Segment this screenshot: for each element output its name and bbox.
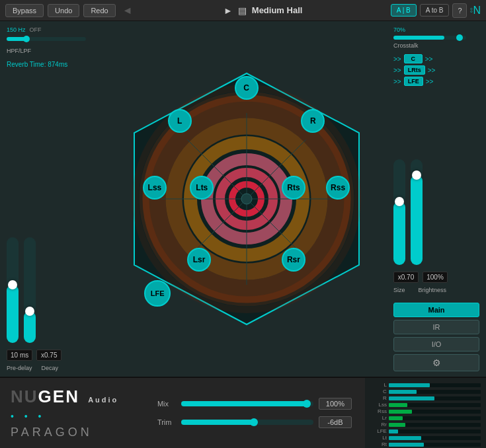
crosstalk-value: 70% bbox=[393, 26, 405, 33]
size-label: Size bbox=[393, 287, 405, 293]
brightness-slider[interactable] bbox=[411, 159, 423, 265]
top-right-controls: A | B A to B ? ⦂N bbox=[391, 3, 481, 18]
ir-mode-button[interactable]: IR bbox=[393, 320, 479, 334]
ct-LRts-button[interactable]: LRts bbox=[404, 65, 425, 75]
hexagon-container: C L R Lts Rts Lss Rss Lsr Rsr LFE bbox=[108, 60, 385, 338]
atob-button[interactable]: A to B bbox=[420, 4, 450, 17]
ct-C-button[interactable]: C bbox=[404, 54, 423, 63]
ab-button[interactable]: A | B bbox=[391, 4, 417, 17]
trim-slider-fill bbox=[181, 420, 254, 425]
list-button[interactable]: ▤ bbox=[238, 5, 247, 16]
ct-arrow-out-C: >> bbox=[425, 56, 433, 63]
brightness-slider-wrap bbox=[411, 159, 423, 265]
meter-label-LFE: LFE bbox=[370, 428, 387, 434]
meter-track-Rr bbox=[389, 423, 481, 427]
meter-track-C bbox=[389, 390, 481, 394]
brand-gen: GEN bbox=[38, 387, 79, 406]
io-mode-button[interactable]: I/O bbox=[393, 337, 479, 352]
channel-C[interactable]: C bbox=[235, 76, 259, 100]
meter-label-R: R bbox=[370, 395, 387, 401]
prev-preset-arrow[interactable]: ◄ bbox=[120, 5, 136, 17]
ct-row-LRts: >> LRts >> bbox=[393, 65, 479, 75]
crosstalk-channels: >> C >> >> LRts >> >> LFE >> bbox=[393, 54, 479, 86]
decay-fill bbox=[24, 311, 36, 343]
mix-trim-section: Mix 100% Trim -6dB bbox=[144, 378, 365, 448]
mix-value[interactable]: 100% bbox=[319, 398, 352, 410]
decay-slider[interactable] bbox=[24, 237, 36, 343]
brightness-label: Brightness bbox=[419, 287, 447, 293]
channel-Rsr[interactable]: Rsr bbox=[282, 248, 305, 272]
menu-button[interactable]: ⦂N bbox=[470, 5, 481, 17]
meter-track-Rss bbox=[389, 410, 481, 414]
meter-track-Lr bbox=[389, 416, 481, 420]
trim-value[interactable]: -6dB bbox=[319, 416, 352, 428]
ct-LFE-button[interactable]: LFE bbox=[404, 77, 423, 86]
trim-slider-track[interactable] bbox=[181, 420, 313, 425]
help-button[interactable]: ? bbox=[452, 3, 467, 18]
lpf-value: OFF bbox=[30, 26, 42, 33]
meter-fill-C bbox=[389, 390, 417, 394]
brand-audio: Audio bbox=[88, 396, 118, 404]
gear-button[interactable]: ⚙ bbox=[393, 354, 479, 371]
predelay-slider[interactable] bbox=[7, 237, 19, 343]
predelay-label: Pre-delay bbox=[7, 365, 32, 371]
brightness-thumb[interactable] bbox=[412, 170, 421, 180]
center-panel: C L R Lts Rts Lss Rss Lsr Rsr LFE bbox=[106, 21, 387, 377]
size-value-box[interactable]: x0.70 bbox=[393, 272, 419, 283]
left-panel: 150 Hz OFF HPF/LPF Reverb Time: 874ms bbox=[0, 21, 106, 377]
channel-Rts[interactable]: Rts bbox=[282, 176, 305, 200]
channel-Lts[interactable]: Lts bbox=[190, 176, 214, 200]
meter-row-Rt: Rt bbox=[370, 441, 481, 447]
meter-track-R bbox=[389, 396, 481, 400]
hpf-lpf-slider-track[interactable] bbox=[7, 37, 86, 41]
play-button[interactable]: ► bbox=[223, 5, 233, 16]
crosstalk-label: Crosstalk bbox=[393, 42, 479, 49]
channel-LFE[interactable]: LFE bbox=[144, 280, 171, 307]
undo-button[interactable]: Undo bbox=[48, 4, 79, 17]
ct-arrow-in-LRts: >> bbox=[393, 67, 401, 74]
preset-area: ► ▤ Medium Hall bbox=[140, 5, 387, 16]
size-slider[interactable] bbox=[393, 159, 405, 265]
meter-label-Lss: Lss bbox=[370, 402, 387, 408]
meter-row-LFE: LFE bbox=[370, 428, 481, 434]
bypass-button[interactable]: Bypass bbox=[5, 4, 44, 17]
hpf-slider-thumb[interactable] bbox=[23, 36, 30, 42]
mix-slider-thumb[interactable] bbox=[303, 400, 311, 408]
brand-section: NUGEN Audio • • • PARAGON bbox=[0, 378, 144, 448]
meter-fill-Rss bbox=[389, 410, 412, 414]
predelay-thumb[interactable] bbox=[8, 280, 17, 289]
crosstalk-slider[interactable] bbox=[393, 36, 466, 40]
decay-value-box[interactable]: x0.75 bbox=[36, 350, 61, 361]
channel-L[interactable]: L bbox=[168, 109, 192, 133]
main-mode-button[interactable]: Main bbox=[393, 303, 479, 317]
channel-Rss[interactable]: Rss bbox=[326, 176, 350, 200]
right-panel: 70% Crosstalk >> C >> >> LRts >> bbox=[387, 21, 486, 377]
meter-track-Rt bbox=[389, 443, 481, 447]
decay-thumb[interactable] bbox=[25, 307, 34, 316]
brightness-value-box[interactable]: 100% bbox=[423, 272, 448, 283]
meter-label-L: L bbox=[370, 382, 387, 388]
svg-point-13 bbox=[241, 194, 252, 204]
crosstalk-section: 70% Crosstalk >> C >> >> LRts >> bbox=[393, 26, 479, 86]
top-bar: Bypass Undo Redo ◄ ► ▤ Medium Hall A | B… bbox=[0, 0, 486, 21]
channel-Lss[interactable]: Lss bbox=[143, 176, 167, 200]
redo-button[interactable]: Redo bbox=[83, 4, 115, 17]
channel-Lsr[interactable]: Lsr bbox=[187, 248, 211, 272]
meter-label-Rss: Rss bbox=[370, 408, 387, 414]
ct-arrow-out-LRts: >> bbox=[428, 67, 436, 74]
ct-row-C: >> C >> bbox=[393, 54, 479, 63]
meter-fill-Lr bbox=[389, 416, 403, 420]
predelay-slider-wrap bbox=[7, 237, 19, 343]
meter-row-L: L bbox=[370, 382, 481, 388]
meter-label-Lr: Lr bbox=[370, 415, 387, 421]
predelay-value-box[interactable]: 10 ms bbox=[7, 350, 32, 361]
decay-label: Decay bbox=[42, 365, 59, 371]
mix-slider-fill bbox=[181, 401, 307, 406]
hpf-lpf-label: HPF/LPF bbox=[7, 48, 99, 54]
mix-slider-track[interactable] bbox=[181, 401, 313, 406]
size-thumb[interactable] bbox=[395, 197, 404, 206]
crosstalk-thumb[interactable] bbox=[456, 34, 463, 41]
channel-R[interactable]: R bbox=[301, 109, 325, 133]
trim-slider-thumb[interactable] bbox=[250, 418, 258, 426]
brand-paragon: PARAGON bbox=[11, 426, 134, 439]
